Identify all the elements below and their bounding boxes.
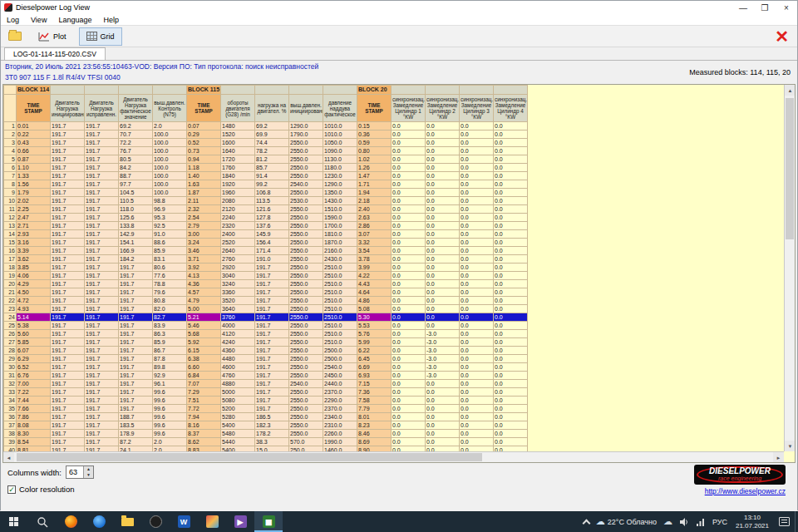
grid-cell[interactable]: 0.0 [392,247,426,255]
grid-cell[interactable]: 191.7 [119,363,153,372]
grid-cell[interactable]: 6.84 [187,372,221,380]
grid-cell[interactable]: 1230.0 [323,172,357,180]
grid-cell[interactable]: 5.53 [357,322,392,330]
grid-cell[interactable]: 7.72 [187,405,221,413]
grid-cell[interactable]: 0.0 [494,372,528,380]
grid-cell[interactable]: 4600 [221,363,255,372]
close-log-icon[interactable]: ✕ [775,28,789,45]
grid-cell[interactable]: 7.07 [187,380,221,388]
grid-cell[interactable]: 191.7 [51,405,85,413]
grid-cell[interactable]: 2.0 [153,438,187,446]
grid-cell[interactable]: 1760 [221,164,255,172]
grid-cell[interactable]: 3.39 [17,247,51,255]
grid-cell[interactable]: 191.7 [85,355,119,363]
grid-cell[interactable]: 191.7 [85,247,119,255]
grid-cell[interactable]: 0.0 [426,247,460,255]
table-row[interactable]: 367.86191.7191.7188.799.67.945280186.525… [4,413,528,421]
grid-cell[interactable]: 2550.0 [289,205,323,214]
grid-cell[interactable]: 182.3 [255,421,289,430]
grid-cell[interactable]: 0.0 [392,322,426,330]
grid-cell[interactable]: 80.5 [119,155,153,164]
grid-cell[interactable]: 1.18 [187,164,221,172]
grid-cell[interactable]: 0.0 [494,280,528,288]
grid-cell[interactable]: 0.0 [392,164,426,172]
grid-cell[interactable]: 3.16 [17,239,51,247]
table-row[interactable]: 102.02191.7191.7110.598.82.112080113.525… [4,197,528,205]
grid-cell[interactable]: 7.79 [357,405,392,413]
grid-cell[interactable]: 0.0 [426,438,460,446]
minimize-button[interactable]: — [732,1,754,14]
grid-cell[interactable]: 113.5 [255,197,289,205]
grid-cell[interactable]: 0.73 [187,147,221,155]
grid-cell[interactable]: 191.7 [85,222,119,230]
grid-cell[interactable]: 1520 [221,131,255,139]
grid-cell[interactable]: 1430.0 [323,197,357,205]
grid-cell[interactable]: 1290.0 [289,122,323,131]
taskbar-app-explorer[interactable] [113,511,141,532]
grid-cell[interactable]: 5.00 [187,305,221,313]
grid-cell[interactable]: 0.0 [426,405,460,413]
grid-cell[interactable]: 7.66 [17,405,51,413]
grid-cell[interactable]: 0.0 [494,197,528,205]
grid-cell[interactable]: 0.0 [426,264,460,272]
spin-up-icon[interactable]: ▲ [83,466,93,472]
grid-cell[interactable]: 2550.0 [289,214,323,222]
grid-cell[interactable]: 0.0 [426,147,460,155]
grid-cell[interactable]: 191.7 [85,313,119,322]
grid-cell[interactable]: 0.0 [460,363,494,372]
grid-cell[interactable]: 2080 [221,197,255,205]
grid-cell[interactable]: 2550.0 [289,413,323,421]
grid-cell[interactable]: 91.0 [153,230,187,239]
grid-cell[interactable]: 191.7 [51,338,85,347]
grid-cell[interactable]: 0.0 [494,155,528,164]
grid-cell[interactable]: 191.7 [85,214,119,222]
grid-cell[interactable]: 3.24 [187,239,221,247]
table-row[interactable]: 337.22191.7191.7191.799.67.295000191.725… [4,388,528,397]
grid-cell[interactable]: 1090.0 [323,147,357,155]
grid-cell[interactable]: 1700.0 [323,222,357,230]
grid-cell[interactable]: 0.0 [494,380,528,388]
grid-cell[interactable]: 0.0 [392,230,426,239]
grid-cell[interactable]: 2540.0 [289,180,323,189]
grid-cell[interactable]: 121.6 [255,205,289,214]
grid-cell[interactable]: -3.0 [426,330,460,338]
grid-cell[interactable]: 6.45 [357,355,392,363]
grid-cell[interactable]: 1600 [221,139,255,147]
grid-cell[interactable]: 178.9 [119,430,153,438]
grid-cell[interactable]: 0.0 [494,305,528,313]
grid-cell[interactable]: 0.0 [460,313,494,322]
grid-cell[interactable]: 191.7 [255,313,289,322]
grid-cell[interactable]: 5200 [221,405,255,413]
menu-help[interactable]: Help [97,16,125,24]
grid-cell[interactable]: 92.9 [153,372,187,380]
grid-cell[interactable]: 2500.0 [323,347,357,355]
grid-cell[interactable]: 4880 [221,380,255,388]
grid-cell[interactable]: 3.62 [17,255,51,264]
grid-cell[interactable]: 2.71 [17,222,51,230]
grid-cell[interactable]: 0.0 [460,430,494,438]
grid-cell[interactable]: 0.0 [494,172,528,180]
grid-cell[interactable]: 2.0 [153,122,187,131]
column-header[interactable]: TIME STAMP [17,95,51,122]
tray-expand-button[interactable] [580,511,593,532]
grid-cell[interactable]: 171.4 [255,247,289,255]
grid-cell[interactable]: 191.7 [51,372,85,380]
grid-cell[interactable]: 2.86 [357,222,392,230]
grid-cell[interactable]: 191.7 [119,305,153,313]
grid-cell[interactable]: 0.0 [460,239,494,247]
table-row[interactable]: 20.22191.7191.770.7100.00.29152069.91790… [4,131,528,139]
grid-cell[interactable]: 0.0 [460,155,494,164]
grid-cell[interactable]: 0.0 [494,347,528,355]
grid-cell[interactable]: 191.7 [255,363,289,372]
table-row[interactable]: 61.10191.7191.784.2100.01.18176085.72550… [4,164,528,172]
plot-button[interactable]: Plot [31,27,74,46]
grid-cell[interactable]: 0.0 [392,338,426,347]
grid-cell[interactable]: 0.0 [392,380,426,388]
table-row[interactable]: 378.08191.7191.7183.599.68.165400182.325… [4,421,528,430]
grid-cell[interactable]: 6.76 [17,372,51,380]
grid-cell[interactable]: 191.7 [85,239,119,247]
grid-cell[interactable]: 191.7 [85,205,119,214]
grid-cell[interactable]: 191.7 [51,397,85,405]
grid-cell[interactable]: 0.0 [392,372,426,380]
grid-cell[interactable]: 2550.0 [289,139,323,147]
